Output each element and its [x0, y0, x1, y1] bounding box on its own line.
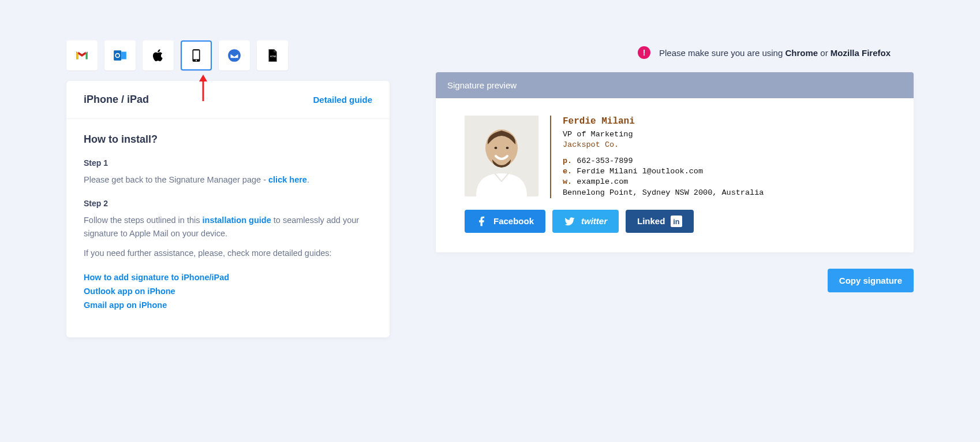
install-header: How to install? [84, 133, 372, 146]
help-link-outlook-iphone[interactable]: Outlook app on iPhone [84, 287, 372, 296]
twitter-button[interactable]: twitter [552, 210, 619, 233]
svg-rect-4 [193, 50, 199, 59]
signature-email: e. Ferdie Milani l@outlook.com [563, 166, 764, 177]
tab-gmail[interactable] [66, 40, 98, 70]
outlook-icon [113, 48, 128, 63]
facebook-label: Facebook [493, 216, 534, 226]
step2-text: Follow the steps outlined in this instal… [84, 214, 372, 240]
installation-guide-link[interactable]: installation guide [203, 216, 271, 225]
svg-rect-2 [121, 52, 126, 60]
tab-outlook[interactable] [104, 40, 136, 70]
linkedin-label: Linked [637, 216, 665, 226]
svg-point-12 [506, 147, 509, 149]
signature-text-block: Ferdie Milani VP of Marketing Jackspot C… [563, 116, 764, 198]
twitter-label: twitter [581, 216, 607, 226]
html-icon: HTML [265, 48, 280, 63]
tab-iphone-ipad[interactable] [181, 40, 212, 70]
tab-thunderbird[interactable] [219, 40, 250, 70]
tab-html[interactable]: HTML [257, 40, 288, 70]
assist-text: If you need further assistance, please, … [84, 247, 372, 259]
panel-title: iPhone / iPad [84, 94, 149, 106]
signature-company: Jackspot Co. [563, 140, 764, 150]
help-link-iphone-ipad[interactable]: How to add signature to iPhone/iPad [84, 273, 372, 282]
client-tabs: HTML [66, 40, 390, 70]
svg-text:HTML: HTML [270, 55, 277, 58]
step1-text: Please get back to the Signature Manager… [84, 173, 372, 186]
signature-address: Bennelong Point, Sydney NSW 2000, Austra… [563, 188, 764, 198]
help-link-gmail-iphone[interactable]: Gmail app on iPhone [84, 300, 372, 310]
svg-point-5 [196, 60, 197, 61]
click-here-link[interactable]: click here [268, 175, 307, 184]
avatar [465, 116, 538, 196]
thunderbird-icon [227, 48, 242, 63]
linkedin-button[interactable]: Linked in [626, 210, 694, 233]
instructions-panel: iPhone / iPad Detailed guide How to inst… [66, 81, 390, 337]
signature-name: Ferdie Milani [563, 116, 764, 128]
signature-preview-card: Signature preview [436, 72, 914, 252]
facebook-button[interactable]: Facebook [465, 210, 545, 233]
gmail-icon [74, 48, 89, 63]
signature-phone: p. 662-353-7899 [563, 156, 764, 166]
svg-point-6 [228, 49, 241, 62]
panel-header: iPhone / iPad Detailed guide [66, 81, 390, 119]
step1-label: Step 1 [84, 158, 372, 168]
facebook-icon [476, 216, 488, 227]
tab-apple-mail[interactable] [143, 40, 174, 70]
linkedin-icon: in [671, 216, 682, 227]
preview-header: Signature preview [436, 72, 914, 98]
signature-divider [550, 116, 551, 198]
signature-title: VP of Marketing [563, 129, 764, 140]
svg-point-11 [495, 147, 498, 149]
apple-icon [151, 48, 166, 63]
signature-web: w. example.com [563, 177, 764, 187]
ipad-icon [189, 48, 204, 63]
step2-label: Step 2 [84, 199, 372, 208]
svg-text:in: in [674, 218, 680, 226]
twitter-icon [564, 216, 575, 227]
copy-signature-button[interactable]: Copy signature [828, 269, 914, 292]
svg-rect-0 [114, 50, 121, 60]
detailed-guide-link[interactable]: Detailed guide [313, 95, 372, 105]
